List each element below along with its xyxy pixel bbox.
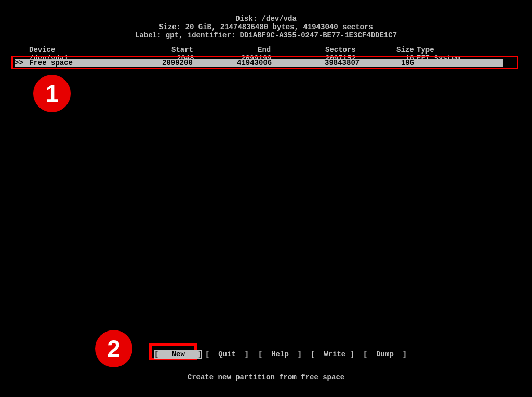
cell-size: 19G	[401, 59, 414, 67]
cell-end: 41943006	[237, 59, 272, 67]
disk-line: Disk: /dev/vda	[0, 15, 532, 23]
hint-line: Create new partition from free space	[0, 373, 532, 381]
menu-help-button[interactable]: [ Help ]	[258, 350, 302, 359]
size-line: Size: 20 GiB, 21474836480 bytes, 4194304…	[0, 23, 532, 31]
menu-dump-button[interactable]: [ Dump ]	[363, 350, 407, 359]
menu-bar: [ Quit ] [ Help ] [ Write ] [ Dump ]	[0, 350, 532, 361]
col-type: Type	[417, 46, 434, 54]
cell-sectors: 39843807	[325, 59, 360, 67]
cell-start: 2099200	[162, 59, 193, 67]
menu-write-button[interactable]: [ Write ]	[311, 350, 354, 359]
col-sectors: Sectors	[325, 46, 356, 54]
menu-quit-button[interactable]: [ Quit ]	[205, 350, 249, 359]
cfdisk-screen: Disk: /dev/vda Size: 20 GiB, 21474836480…	[0, 0, 532, 397]
col-start: Start	[171, 46, 193, 54]
annotation-badge-2: 2	[95, 330, 132, 367]
annotation-badge-1: 1	[33, 75, 71, 112]
row-marker: >>	[15, 59, 23, 67]
header-block: Disk: /dev/vda Size: 20 GiB, 21474836480…	[0, 0, 532, 39]
cell-device: Free space	[29, 59, 73, 67]
partition-row-selected[interactable]: >> Free space 2099200 41943006 39843807 …	[15, 59, 503, 67]
col-device: Device	[29, 46, 55, 54]
col-size: Size	[396, 46, 414, 54]
col-end: End	[258, 46, 271, 54]
label-line: Label: gpt, identifier: DD1ABF9C-A355-02…	[0, 31, 532, 39]
